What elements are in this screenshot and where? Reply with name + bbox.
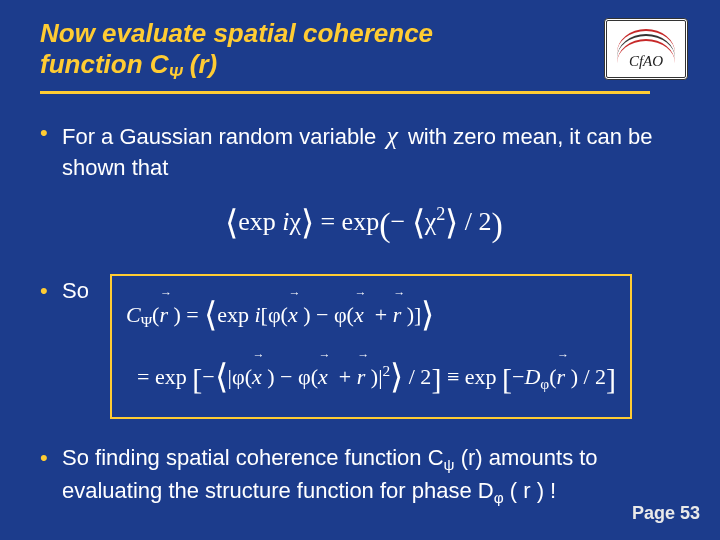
body: • For a Gaussian random variable χ with …	[40, 94, 688, 509]
header: Now evaluate spatial coherence function …	[40, 18, 688, 87]
equation-2-box: CΨ(r ) = ⟨exp i[φ(x ) − φ(x + r )]⟩ = ex…	[110, 274, 632, 418]
bullet-1: • For a Gaussian random variable χ with …	[40, 118, 688, 183]
bullet3-part-c: ( r ) !	[504, 478, 557, 503]
bullet3-sub1: ψ	[444, 456, 455, 473]
title-sub: Ψ	[169, 64, 183, 83]
title-line1: Now evaluate spatial coherence	[40, 18, 433, 48]
bullet-2-label: So	[62, 274, 110, 308]
cfao-logo: CfAO	[604, 18, 688, 80]
bullet1-part-a: For a Gaussian random variable	[62, 124, 382, 149]
equation-1: ⟨exp iχ⟩ = exp(− ⟨χ2⟩ / 2)	[40, 200, 688, 248]
bullet-3-text: So finding spatial coherence function Cψ…	[62, 443, 688, 509]
slide-title: Now evaluate spatial coherence function …	[40, 18, 592, 87]
bullet-1-text: For a Gaussian random variable χ with ze…	[62, 118, 688, 183]
eq1-math: ⟨exp iχ⟩ = exp(− ⟨χ2⟩ / 2)	[225, 200, 503, 248]
bullet3-part-a: So finding spatial coherence function C	[62, 445, 444, 470]
bullet-dot-icon: •	[40, 274, 62, 308]
chi-symbol: χ	[382, 118, 401, 153]
bullet-dot-icon: •	[40, 443, 62, 509]
bullet-dot-icon: •	[40, 118, 62, 183]
page-number: Page 53	[632, 503, 700, 524]
slide: Now evaluate spatial coherence function …	[0, 0, 720, 540]
eq2-line2: = exp [−⟨|φ(x ) − φ(x + r )|2⟩ / 2] ≡ ex…	[126, 346, 616, 407]
bullet-2: • So CΨ(r ) = ⟨exp i[φ(x ) − φ(x + r )]⟩…	[40, 274, 688, 418]
bullet3-sub2: φ	[494, 489, 504, 506]
logo-arcs-icon	[617, 29, 675, 51]
title-line2-post: (r)	[183, 49, 218, 79]
bullet-3: • So finding spatial coherence function …	[40, 443, 688, 509]
eq2-line1: CΨ(r ) = ⟨exp i[φ(x ) − φ(x + r )]⟩	[126, 284, 616, 345]
title-line2-pre: function C	[40, 49, 169, 79]
